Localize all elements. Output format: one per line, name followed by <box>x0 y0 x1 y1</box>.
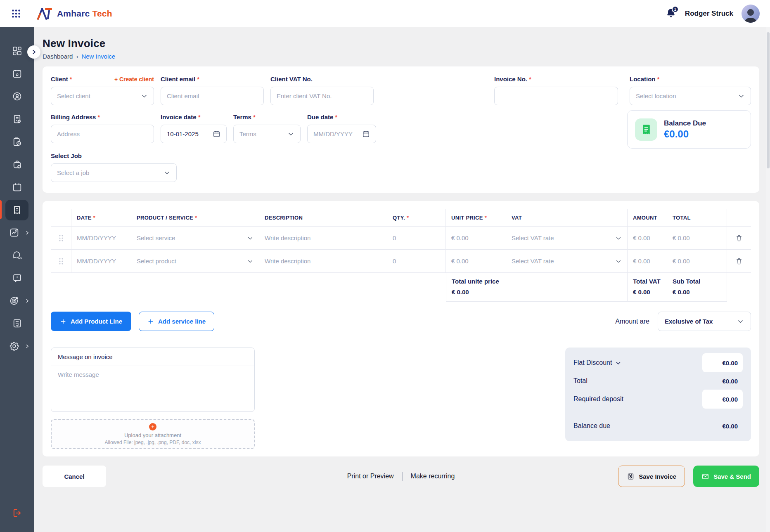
cancel-button[interactable]: Cancel <box>43 466 106 487</box>
col-qty: QTY.* <box>387 209 446 226</box>
chat-bubbles-icon <box>12 250 22 260</box>
document-lines-icon <box>12 114 22 124</box>
col-total: TOTAL <box>667 209 727 226</box>
chevron-down-icon <box>287 130 294 137</box>
terms-select[interactable]: Terms <box>233 125 301 143</box>
invoice-summary-panel: Flat Discount €0.00 Total €0.00 Required… <box>565 348 751 441</box>
row-qty-field[interactable]: 0 <box>387 227 446 249</box>
row-qty-field[interactable]: 0 <box>387 250 446 272</box>
invoice-no-input[interactable] <box>500 92 612 99</box>
sidebar-item-purchases[interactable] <box>0 153 34 176</box>
logout-icon <box>12 508 22 518</box>
sidebar-item-calendar[interactable] <box>0 176 34 199</box>
sidebar-item-clients[interactable] <box>0 85 34 108</box>
balance-due-amount: €0.00 <box>664 128 706 140</box>
billing-address-input[interactable] <box>57 130 148 137</box>
totals-vat-spacer-cell <box>506 273 628 302</box>
row-vat-select[interactable]: Select VAT rate <box>506 250 628 272</box>
note-check-icon <box>12 318 22 329</box>
flat-discount-input[interactable]: €0.00 <box>702 353 743 372</box>
sidebar-item-goals[interactable] <box>0 289 34 312</box>
sidebar-item-jobs[interactable] <box>0 130 34 153</box>
make-recurring-link[interactable]: Make recurring <box>411 473 455 480</box>
upload-attachment-dropzone[interactable]: Upload your attachment Allowed File: jpe… <box>51 419 255 449</box>
app-logo[interactable]: Amharc Tech <box>37 7 112 20</box>
sidebar-item-chat[interactable] <box>0 244 34 267</box>
client-vat-label: Client VAT No. <box>270 76 374 83</box>
summary-total-label: Total <box>573 377 588 385</box>
logo-mark-icon <box>37 7 53 20</box>
notifications-button[interactable]: 1 <box>665 7 678 20</box>
user-menu[interactable]: 1 Rodger Struck <box>665 5 760 23</box>
drag-dots-icon <box>58 257 64 265</box>
message-input[interactable] <box>58 371 248 407</box>
create-client-link[interactable]: + Create client <box>114 76 154 83</box>
row-service-select[interactable]: Select service <box>131 227 259 249</box>
sidebar-item-settings[interactable] <box>0 335 34 357</box>
row-product-select[interactable]: Select product <box>131 250 259 272</box>
invoice-no-label: Invoice No.* <box>494 76 618 83</box>
balance-due-label: Balance Due <box>664 119 706 128</box>
row-description-field[interactable]: Write description <box>259 227 387 249</box>
chart-trend-icon <box>9 227 19 238</box>
balance-due-row-value: €0.00 <box>722 423 743 430</box>
client-select[interactable]: Select client <box>51 87 154 105</box>
topbar: Amharc Tech 1 Rodger Struck <box>0 0 770 27</box>
add-product-line-button[interactable]: Add Product Line <box>51 312 131 331</box>
location-select[interactable]: Select location <box>630 87 751 105</box>
sidebar-item-schedule[interactable] <box>0 62 34 85</box>
scrollbar-thumb[interactable] <box>767 32 770 168</box>
summary-total-value: €0.00 <box>722 378 743 385</box>
col-vat: VAT <box>506 209 628 226</box>
row-vat-select[interactable]: Select VAT rate <box>506 227 628 249</box>
invoice-date-field[interactable]: 10-01-2025 <box>161 125 227 143</box>
billing-address-field[interactable] <box>51 125 154 143</box>
save-invoice-button[interactable]: Save Invoice <box>618 466 685 487</box>
footer-link-divider <box>402 472 403 481</box>
delete-row-button[interactable] <box>727 227 751 249</box>
calendar-icon <box>362 130 370 138</box>
invoice-no-field[interactable] <box>494 87 618 105</box>
flat-discount-label[interactable]: Flat Discount <box>573 359 621 366</box>
notification-badge: 1 <box>672 6 679 13</box>
sidebar-expand-button[interactable] <box>27 45 40 59</box>
delete-row-button[interactable] <box>727 250 751 272</box>
save-and-send-button[interactable]: Save & Send <box>693 466 759 487</box>
sidebar-item-quotes[interactable] <box>0 108 34 130</box>
avatar[interactable] <box>742 5 760 23</box>
scrollbar[interactable] <box>766 27 770 532</box>
client-email-field[interactable] <box>161 87 264 105</box>
client-label: Client* <box>51 76 72 83</box>
sidebar-item-feedback[interactable] <box>0 267 34 289</box>
row-date-field[interactable]: MM/DD/YYYY <box>71 250 131 272</box>
calendar-icon <box>12 182 22 192</box>
sidebar-item-invoices[interactable] <box>0 199 34 221</box>
row-description-field[interactable]: Write description <box>259 250 387 272</box>
chevron-down-icon <box>247 258 254 265</box>
col-actions <box>727 209 751 226</box>
client-email-label: Client email* <box>161 76 264 83</box>
apps-grid-icon[interactable] <box>10 8 22 19</box>
row-unit-price-field[interactable]: € 0.00 <box>446 250 506 272</box>
upload-allowed-files: Allowed File: jpeg, .jpg, .png, PDF, doc… <box>105 440 201 445</box>
save-icon <box>627 473 635 480</box>
add-service-line-button[interactable]: Add service line <box>139 312 214 331</box>
row-date-field[interactable]: MM/DD/YYYY <box>71 227 131 249</box>
due-date-field[interactable]: MM/DD/YYYY <box>307 125 376 143</box>
print-or-preview-link[interactable]: Print or Preview <box>347 473 394 480</box>
drag-handle[interactable] <box>51 250 71 272</box>
logout-button[interactable] <box>0 505 34 521</box>
row-unit-price-field[interactable]: € 0.00 <box>446 227 506 249</box>
sidebar-item-reports[interactable] <box>0 221 34 244</box>
breadcrumb-dashboard[interactable]: Dashboard <box>43 53 73 60</box>
tax-mode-select[interactable]: Exclusive of Tax <box>658 312 751 331</box>
sidebar-item-notes[interactable] <box>0 312 34 335</box>
client-vat-input[interactable] <box>277 92 367 99</box>
total-unit-price-cell: Total unite price € 0.00 <box>446 273 506 302</box>
required-deposit-input[interactable]: €0.00 <box>702 390 743 409</box>
select-job-select[interactable]: Select a job <box>51 163 177 182</box>
client-vat-field[interactable] <box>270 87 374 105</box>
col-unit-price: UNIT PRICE* <box>446 209 506 226</box>
client-email-input[interactable] <box>167 92 258 99</box>
drag-handle[interactable] <box>51 227 71 249</box>
